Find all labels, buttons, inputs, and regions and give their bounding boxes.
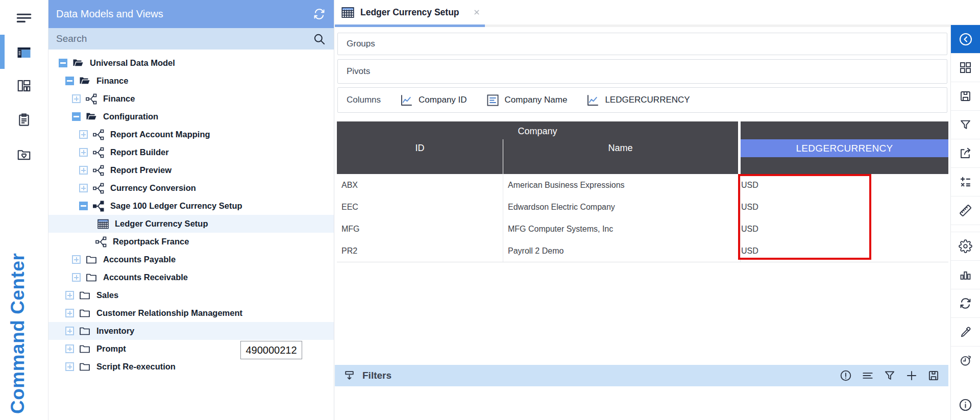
tree-item-finance-folder[interactable]: Finance bbox=[48, 72, 334, 90]
filter-button[interactable] bbox=[951, 110, 980, 139]
tree-item-finance-model[interactable]: Finance bbox=[48, 90, 334, 108]
tree-item-report-account-mapping[interactable]: Report Account Mapping bbox=[48, 126, 334, 143]
columns-dropzone[interactable]: Columns Company ID Company Name LEDGERCU… bbox=[337, 87, 947, 113]
plus-icon bbox=[905, 369, 918, 382]
filters-alert-button[interactable] bbox=[839, 369, 852, 382]
cell-company-id: MFG bbox=[337, 225, 503, 234]
tab-close-button[interactable] bbox=[473, 8, 481, 16]
tree-item-reportpack-france[interactable]: Reportpack France bbox=[48, 233, 334, 251]
refresh-button[interactable] bbox=[951, 289, 980, 317]
refresh-icon bbox=[312, 7, 326, 21]
tree-item-accounts-payable[interactable]: Accounts Payable bbox=[48, 251, 334, 268]
folder-open-icon bbox=[72, 57, 84, 69]
table-body: ABX American Business Expressions USD EE… bbox=[337, 174, 948, 262]
folder-open-icon bbox=[79, 75, 91, 87]
prompt-value-input[interactable] bbox=[240, 341, 302, 359]
tree-item-accounts-receivable[interactable]: Accounts Receivable bbox=[48, 268, 334, 286]
share-export-button[interactable] bbox=[951, 139, 980, 167]
expand-toggle[interactable] bbox=[65, 344, 74, 353]
settings-button[interactable] bbox=[951, 232, 980, 260]
filters-save-button[interactable] bbox=[927, 369, 940, 382]
nav-data-models[interactable] bbox=[0, 38, 48, 67]
menu-button[interactable] bbox=[0, 4, 48, 33]
tree-item-sales[interactable]: Sales bbox=[48, 286, 334, 304]
tree-item-configuration[interactable]: Configuration bbox=[48, 108, 334, 126]
pivots-label: Pivots bbox=[347, 66, 370, 77]
data-models-panel-icon bbox=[16, 45, 32, 60]
table-row[interactable]: MFG MFG Computer Systems, Inc USD bbox=[337, 218, 948, 240]
dashboard-grid-button[interactable] bbox=[951, 53, 980, 82]
alert-circle-icon bbox=[839, 369, 852, 382]
save-icon bbox=[927, 369, 940, 382]
calculator-button[interactable] bbox=[951, 167, 980, 196]
lines-icon bbox=[861, 369, 874, 382]
collapse-toggle[interactable] bbox=[72, 112, 81, 121]
tree-item-ledger-currency-setup-selected[interactable]: Ledger Currency Setup bbox=[48, 215, 334, 233]
filters-funnel-button[interactable] bbox=[883, 369, 896, 382]
tree-item-currency-conversion[interactable]: Currency Conversion bbox=[48, 179, 334, 197]
history-button[interactable] bbox=[951, 346, 980, 375]
clock-history-icon bbox=[959, 354, 972, 367]
tree-item-report-preview[interactable]: Report Preview bbox=[48, 161, 334, 179]
nav-tasks[interactable] bbox=[0, 106, 48, 134]
collapse-toggle[interactable] bbox=[59, 59, 67, 67]
column-chip-ledgercurrency[interactable]: LEDGERCURRENCY bbox=[586, 93, 690, 107]
chart-button[interactable] bbox=[951, 260, 980, 289]
expand-toggle[interactable] bbox=[65, 309, 74, 317]
ruler-button[interactable] bbox=[951, 196, 980, 225]
collapse-toggle[interactable] bbox=[65, 77, 74, 85]
expand-toggle[interactable] bbox=[79, 184, 88, 192]
main-content: Ledger Currency Setup Groups Pivots Colu… bbox=[335, 0, 950, 420]
column-header-name[interactable]: Name bbox=[503, 139, 738, 157]
expand-toggle[interactable] bbox=[79, 148, 88, 157]
column-chip-company-id[interactable]: Company ID bbox=[400, 93, 467, 107]
filters-list-button[interactable] bbox=[861, 369, 874, 382]
chevron-left-circle-icon bbox=[958, 32, 973, 47]
expand-toggle[interactable] bbox=[72, 94, 81, 103]
model-icon bbox=[92, 129, 105, 141]
tree-item-report-builder[interactable]: Report Builder bbox=[48, 143, 334, 161]
expand-toggle[interactable] bbox=[72, 255, 81, 264]
collapse-toggle[interactable] bbox=[79, 202, 88, 210]
table-row[interactable]: PR2 Payroll 2 Demo USD bbox=[337, 240, 948, 262]
expand-toggle[interactable] bbox=[65, 327, 74, 335]
table-row[interactable]: ABX American Business Expressions USD bbox=[337, 174, 948, 196]
info-button[interactable] bbox=[951, 389, 980, 420]
expand-toggle[interactable] bbox=[79, 130, 88, 139]
header-separator bbox=[503, 139, 503, 174]
expand-toggle[interactable] bbox=[79, 166, 88, 175]
filter-collapse-icon bbox=[343, 369, 356, 382]
model-icon bbox=[92, 182, 105, 194]
column-chip-company-name[interactable]: Company Name bbox=[486, 93, 568, 107]
cell-company-name: Payroll 2 Demo bbox=[503, 246, 738, 256]
cell-company-name: American Business Expressions bbox=[503, 181, 738, 190]
share-icon bbox=[959, 146, 972, 160]
tab-ledger-currency-setup[interactable]: Ledger Currency Setup bbox=[335, 0, 485, 24]
bar-chart-icon bbox=[959, 268, 972, 282]
search-icon bbox=[312, 32, 326, 46]
tree-item-sage100-ledger-currency-setup[interactable]: Sage 100 Ledger Currency Setup bbox=[48, 197, 334, 215]
tree-item-inventory[interactable]: Inventory bbox=[48, 322, 334, 340]
collapse-panel-button[interactable] bbox=[951, 24, 980, 53]
eyedropper-button[interactable] bbox=[951, 317, 980, 346]
search-input[interactable]: Search bbox=[48, 28, 334, 50]
nav-favorites[interactable] bbox=[0, 141, 48, 169]
save-button[interactable] bbox=[951, 82, 980, 110]
filters-add-button[interactable] bbox=[905, 369, 918, 382]
tree-item-universal-data-model[interactable]: Universal Data Model bbox=[48, 54, 334, 72]
refresh-tree-button[interactable] bbox=[312, 7, 326, 21]
expand-toggle[interactable] bbox=[65, 291, 74, 300]
column-header-id[interactable]: ID bbox=[337, 139, 503, 157]
expand-toggle[interactable] bbox=[72, 273, 81, 282]
nav-layouts[interactable] bbox=[0, 71, 48, 100]
grid-table-icon bbox=[341, 6, 355, 19]
filters-bar[interactable]: Filters bbox=[335, 365, 948, 386]
folder-closed-icon bbox=[79, 325, 91, 337]
groups-dropzone[interactable]: Groups bbox=[337, 33, 947, 55]
pivots-dropzone[interactable]: Pivots bbox=[337, 59, 947, 84]
tree-item-customer-relationship-management[interactable]: Customer Relationship Management bbox=[48, 304, 334, 322]
column-header-ledgercurrency[interactable]: LEDGERCURRENCY bbox=[741, 139, 948, 157]
tree-item-script-re-execution[interactable]: Script Re-execution bbox=[48, 358, 334, 376]
expand-toggle[interactable] bbox=[65, 362, 74, 371]
table-row[interactable]: EEC Edwardson Electric Company USD bbox=[337, 196, 948, 218]
